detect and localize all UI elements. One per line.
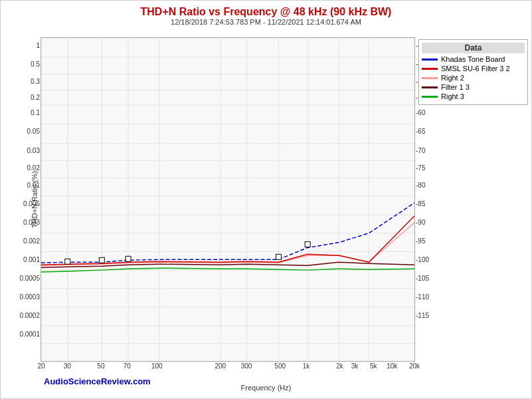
legend-label-4: Filter 1 3	[441, 83, 470, 91]
x-tick-10k: 10k	[387, 362, 397, 370]
legend-color-1	[422, 59, 438, 61]
chart-plot-area: 1 0.5 0.3 0.2 0.1 0.05 0.03 0.02 0.01 0.…	[41, 37, 415, 362]
ry-tick-11: -90	[416, 219, 425, 226]
ry-tick-16: -115	[416, 312, 429, 319]
y-tick-1: 1	[36, 42, 40, 49]
x-tick-200: 200	[215, 362, 226, 370]
x-tick-20k: 20k	[409, 362, 420, 370]
svg-rect-34	[276, 254, 281, 259]
legend-item-3: Right 2	[422, 74, 525, 82]
ry-tick-12: -95	[416, 237, 425, 245]
ry-tick-6: -65	[416, 128, 425, 135]
legend-label-2: SMSL SU-6 Filter 3 2	[441, 65, 510, 72]
ry-tick-14: -105	[416, 275, 429, 282]
ry-tick-13: -100	[416, 256, 429, 263]
legend-label-5: Right 3	[441, 92, 464, 100]
chart-title: THD+N Ratio vs Frequency @ 48 kHz (90 kH…	[1, 1, 531, 18]
legend-item-5: Right 3	[422, 92, 525, 100]
ry-tick-7: -70	[416, 147, 425, 154]
chart-svg	[41, 38, 414, 361]
ry-tick-9: -80	[416, 182, 425, 189]
svg-rect-32	[99, 257, 104, 263]
x-tick-20: 20	[37, 362, 44, 370]
y-tick-3: 0.3	[31, 78, 40, 85]
y-tick-13: 0.001	[23, 256, 40, 263]
x-tick-50: 50	[97, 362, 104, 370]
legend-box: Data Khadas Tone Board SMSL SU-6 Filter …	[418, 39, 528, 105]
x-tick-2k: 2k	[336, 362, 343, 370]
legend-color-5	[422, 96, 438, 98]
y-tick-7: 0.03	[27, 147, 40, 154]
x-tick-70: 70	[124, 362, 131, 370]
legend-color-3	[422, 77, 438, 79]
x-tick-30: 30	[64, 362, 71, 370]
y-tick-5: 0.1	[31, 109, 40, 116]
svg-rect-33	[126, 256, 131, 261]
chart-container: THD+N Ratio vs Frequency @ 48 kHz (90 kH…	[0, 0, 532, 399]
x-tick-1k: 1k	[303, 362, 310, 370]
ry-tick-15: -110	[416, 293, 429, 301]
legend-color-2	[422, 68, 438, 70]
y-tick-8: 0.02	[27, 164, 40, 172]
legend-label-1: Khadas Tone Board	[441, 55, 505, 63]
y-tick-2: 0.5	[31, 61, 40, 68]
x-tick-3k: 3k	[351, 362, 359, 370]
svg-rect-35	[305, 241, 310, 247]
legend-label-3: Right 2	[441, 74, 464, 82]
left-y-axis-label: THD+N Ratio (%)	[31, 171, 39, 228]
legend-item-4: Filter 1 3	[422, 83, 525, 91]
x-tick-5k: 5k	[370, 362, 377, 370]
x-axis-label: Frequency (Hz)	[241, 384, 292, 392]
svg-rect-31	[65, 259, 70, 264]
chart-subtitle: 12/18/2018 7:24:53.783 PM - 11/22/2021 1…	[1, 18, 531, 26]
y-tick-6: 0.05	[27, 128, 40, 135]
y-tick-15: 0.0003	[19, 293, 40, 301]
legend-item-1: Khadas Tone Board	[422, 55, 525, 63]
y-tick-17: 0.0001	[19, 331, 40, 338]
legend-item-2: SMSL SU-6 Filter 3 2	[422, 65, 525, 72]
ry-tick-8: -75	[416, 164, 425, 172]
x-tick-500: 500	[274, 362, 286, 370]
y-tick-14: 0.0005	[19, 275, 40, 282]
ry-tick-5: -60	[416, 109, 425, 116]
legend-color-4	[422, 86, 438, 88]
legend-title: Data	[422, 43, 525, 53]
watermark: AudioScienceReview.com	[44, 376, 151, 386]
y-tick-16: 0.0002	[19, 312, 40, 319]
y-tick-12: 0.002	[23, 237, 40, 245]
x-tick-100: 100	[151, 362, 163, 370]
y-tick-4: 0.2	[31, 94, 40, 101]
ry-tick-10: -85	[416, 200, 425, 207]
x-tick-300: 300	[241, 362, 252, 370]
